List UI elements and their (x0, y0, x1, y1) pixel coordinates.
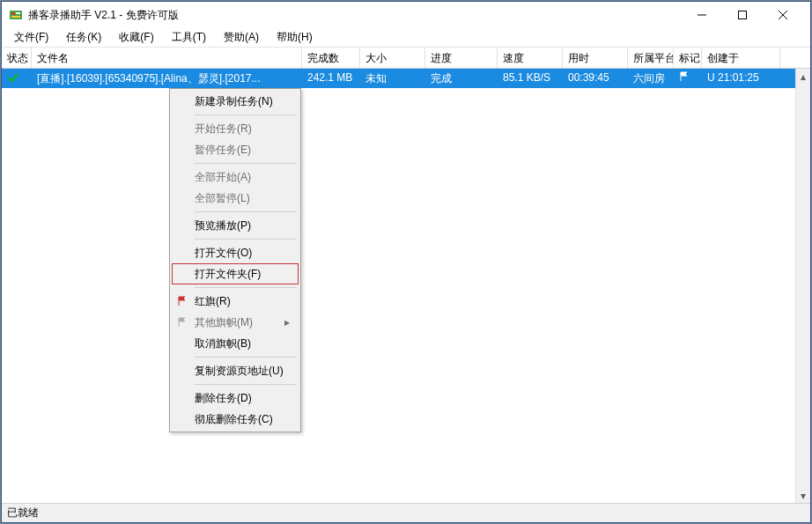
context-menu-label: 打开文件夹(F) (195, 267, 261, 282)
svg-rect-2 (16, 12, 20, 14)
svg-rect-3 (11, 16, 20, 18)
progress-cell: 完成 (425, 69, 498, 88)
main-window: 播客录播助手 V2.1 - 免费许可版 文件(F) 任务(K) 收藏(F) 工具… (1, 1, 811, 523)
statusbar: 已就绪 (2, 503, 810, 522)
context-menu-separator (195, 163, 297, 164)
menu-sponsor[interactable]: 赞助(A) (215, 28, 268, 47)
context-menu-item[interactable]: 预览播放(P) (172, 215, 299, 236)
context-menu-label: 红旗(R) (195, 294, 231, 309)
filename-cell: [直播].[16039].[65340975].[Alina、瑟灵].[2017… (32, 69, 302, 88)
platform-cell: 六间房 (628, 69, 674, 88)
table-header: 状态 文件名 完成数 大小 进度 速度 用时 所属平台 标记 创建于 (2, 48, 810, 69)
col-created[interactable]: 创建于 (702, 48, 780, 68)
check-icon (7, 71, 19, 84)
status-text: 已就绪 (7, 506, 39, 520)
col-platform[interactable]: 所属平台 (628, 48, 674, 68)
context-menu-separator (195, 287, 297, 288)
context-menu-item: 全部开始(A) (172, 166, 299, 188)
app-icon (9, 8, 23, 22)
col-speed[interactable]: 速度 (498, 48, 563, 68)
context-menu-item[interactable]: 新建录制任务(N) (172, 91, 299, 112)
context-menu-item: 暂停任务(E) (172, 139, 299, 160)
minimize-button[interactable] (682, 2, 722, 28)
context-menu-separator (195, 384, 297, 385)
table-row[interactable]: [直播].[16039].[65340975].[Alina、瑟灵].[2017… (2, 69, 810, 88)
context-menu-separator (195, 239, 297, 240)
size-cell: 未知 (360, 69, 425, 88)
col-done[interactable]: 完成数 (302, 48, 360, 68)
context-menu-item[interactable]: 打开文件(O) (172, 242, 299, 263)
close-button[interactable] (763, 2, 803, 28)
col-size[interactable]: 大小 (360, 48, 425, 68)
context-menu-label: 打开文件(O) (195, 246, 252, 261)
vertical-scrollbar[interactable]: ▴ ▾ (795, 69, 810, 503)
speed-cell: 85.1 KB/S (498, 69, 563, 88)
context-menu-item[interactable]: 打开文件夹(F) (172, 263, 299, 284)
context-menu-label: 取消旗帜(B) (195, 336, 251, 351)
titlebar: 播客录播助手 V2.1 - 免费许可版 (2, 2, 810, 28)
flag-cell (674, 69, 702, 88)
window-controls (682, 2, 803, 28)
context-menu-item: 其他旗帜(M)▶ (172, 312, 299, 333)
created-cell: U 21:01:25 (702, 69, 780, 88)
menu-tool[interactable]: 工具(T) (163, 28, 215, 47)
context-menu-item: 开始任务(R) (172, 118, 299, 139)
time-cell: 00:39:45 (563, 69, 628, 88)
menu-favorite[interactable]: 收藏(F) (110, 28, 162, 47)
submenu-arrow-icon: ▶ (284, 319, 290, 327)
col-progress[interactable]: 进度 (425, 48, 498, 68)
context-menu-item[interactable]: 复制资源页地址(U) (172, 360, 299, 381)
context-menu-separator (195, 211, 297, 212)
svg-rect-1 (11, 12, 15, 15)
done-cell: 242.1 MB (302, 69, 360, 88)
context-menu-item[interactable]: 删除任务(D) (172, 387, 299, 409)
col-filename[interactable]: 文件名 (32, 48, 302, 68)
red-flag-icon (175, 296, 189, 306)
context-menu: 新建录制任务(N)开始任务(R)暂停任务(E)全部开始(A)全部暂停(L)预览播… (169, 88, 301, 432)
context-menu-item[interactable]: 取消旗帜(B) (172, 333, 299, 354)
menu-help[interactable]: 帮助(H) (268, 28, 321, 47)
menu-file[interactable]: 文件(F) (5, 28, 57, 47)
context-menu-label: 复制资源页地址(U) (195, 364, 284, 379)
context-menu-item: 全部暂停(L) (172, 188, 299, 209)
maximize-button[interactable] (722, 2, 763, 28)
menu-task[interactable]: 任务(K) (57, 28, 110, 47)
scroll-down-icon[interactable]: ▾ (796, 488, 810, 503)
scroll-up-icon[interactable]: ▴ (796, 69, 810, 84)
context-menu-label: 暂停任务(E) (195, 143, 251, 158)
context-menu-label: 彻底删除任务(C) (195, 412, 273, 427)
svg-rect-5 (739, 11, 747, 19)
context-menu-label: 全部开始(A) (195, 170, 251, 185)
context-menu-label: 全部暂停(L) (195, 191, 250, 206)
window-title: 播客录播助手 V2.1 - 免费许可版 (28, 8, 682, 23)
context-menu-label: 其他旗帜(M) (195, 315, 253, 330)
grey-flag-icon (175, 317, 189, 328)
content-area: [直播].[16039].[65340975].[Alina、瑟灵].[2017… (2, 69, 810, 503)
context-menu-label: 预览播放(P) (195, 218, 251, 233)
context-menu-label: 新建录制任务(N) (195, 94, 273, 109)
flag-icon (679, 71, 690, 82)
col-time[interactable]: 用时 (563, 48, 628, 68)
context-menu-label: 删除任务(D) (195, 391, 252, 406)
context-menu-label: 开始任务(R) (195, 122, 252, 137)
menubar: 文件(F) 任务(K) 收藏(F) 工具(T) 赞助(A) 帮助(H) (2, 28, 810, 48)
context-menu-item[interactable]: 红旗(R) (172, 291, 299, 312)
context-menu-separator (195, 357, 297, 358)
status-cell (2, 69, 32, 88)
col-flag[interactable]: 标记 (674, 48, 702, 68)
context-menu-separator (195, 114, 297, 115)
col-status[interactable]: 状态 (2, 48, 32, 68)
context-menu-item[interactable]: 彻底删除任务(C) (172, 409, 299, 430)
